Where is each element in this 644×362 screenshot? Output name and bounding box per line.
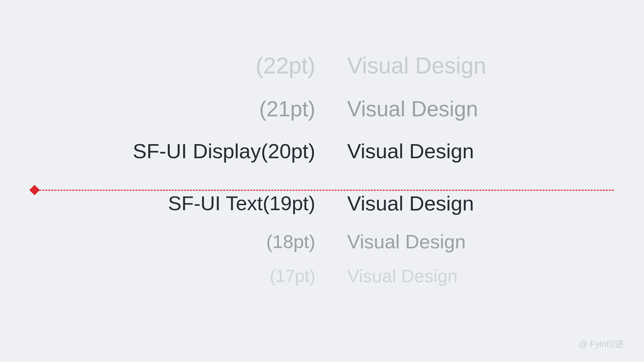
sample-text: Visual Design [347, 52, 486, 78]
divider-line [30, 190, 614, 191]
sample-text: Visual Design [347, 97, 478, 121]
watermark-text: @ Fyin印迹 [579, 338, 624, 350]
size-label: (21pt) [259, 97, 315, 121]
size-label: SF-UI Display(20pt) [133, 139, 315, 163]
size-label: (22pt) [256, 52, 315, 78]
sample-text: Visual Design [347, 191, 474, 215]
size-label: SF-UI Text(19pt) [168, 192, 315, 215]
size-label: (18pt) [266, 231, 315, 252]
typography-specimen: (22pt) Visual Design (21pt) Visual Desig… [0, 0, 644, 362]
sample-text: Visual Design [347, 265, 458, 286]
sample-text: Visual Design [347, 139, 474, 163]
sample-text: Visual Design [347, 230, 466, 253]
size-label: (17pt) [270, 266, 315, 286]
